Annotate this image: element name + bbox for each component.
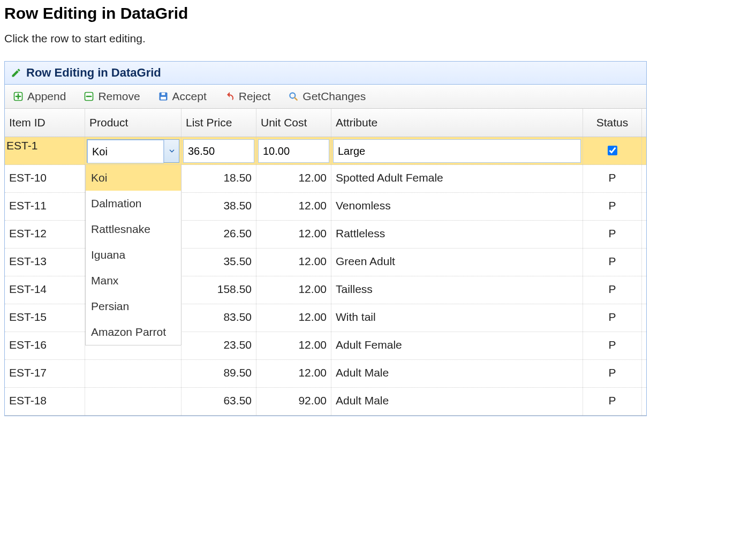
- cell-status: P: [583, 304, 642, 332]
- dropdown-option[interactable]: Dalmation: [86, 191, 181, 216]
- product-combobox[interactable]: [87, 139, 179, 163]
- panel-header: Row Editing in DataGrid: [5, 62, 646, 85]
- cell-listprice: 83.50: [182, 304, 256, 332]
- cell-itemid: EST-16: [5, 332, 85, 359]
- cell-attribute: Adult Male: [331, 360, 583, 387]
- cell-status: P: [583, 332, 642, 359]
- col-header-unitcost[interactable]: Unit Cost: [256, 109, 331, 137]
- col-header-product[interactable]: Product: [85, 109, 182, 137]
- add-icon: [12, 91, 24, 102]
- cell-listprice: 38.50: [182, 193, 256, 220]
- cell-product: [85, 360, 182, 387]
- edit-icon: [10, 67, 22, 79]
- col-header-attribute[interactable]: Attribute: [331, 109, 583, 137]
- dropdown-option[interactable]: Iguana: [86, 242, 181, 268]
- col-header-itemid[interactable]: Item ID: [5, 109, 85, 137]
- remove-button[interactable]: Remove: [80, 88, 143, 105]
- cell-itemid: EST-14: [5, 276, 85, 304]
- cell-listprice: 26.50: [182, 221, 256, 248]
- dropdown-option[interactable]: Persian: [86, 294, 181, 319]
- getchanges-button[interactable]: GetChanges: [284, 88, 369, 105]
- page-heading: Row Editing in DataGrid: [4, 4, 752, 22]
- cell-attribute: Adult Female: [331, 332, 583, 359]
- cell-attribute: Green Adult: [331, 249, 583, 276]
- save-icon: [157, 91, 169, 102]
- cell-attribute: Adult Male: [331, 388, 583, 415]
- product-combobox-input[interactable]: [87, 140, 164, 163]
- page-instructions: Click the row to start editing.: [4, 32, 752, 45]
- cell-unitcost: 12.00: [256, 193, 331, 220]
- cell-status: P: [583, 193, 642, 220]
- attribute-input[interactable]: [333, 139, 581, 163]
- cell-status: P: [583, 360, 642, 387]
- cell-attribute: Venomless: [331, 193, 583, 220]
- remove-label: Remove: [98, 90, 140, 103]
- cell-unitcost: 12.00: [256, 304, 331, 332]
- grid-row-editing[interactable]: EST-1: [5, 137, 646, 165]
- append-label: Append: [27, 90, 66, 103]
- cell-product-editor: [85, 137, 182, 164]
- cell-unitcost: 12.00: [256, 276, 331, 304]
- grid-header-row: Item ID Product List Price Unit Cost Att…: [5, 109, 646, 137]
- cell-status: P: [583, 276, 642, 304]
- unitcost-input[interactable]: [258, 139, 329, 163]
- col-header-status[interactable]: Status: [583, 109, 642, 137]
- cell-listprice-editor: [182, 137, 256, 164]
- accept-label: Accept: [172, 90, 207, 103]
- cell-listprice: 23.50: [182, 332, 256, 359]
- dropdown-option[interactable]: Koi: [86, 165, 181, 191]
- grid-row[interactable]: EST-18 63.50 92.00 Adult Male P: [5, 388, 646, 416]
- cell-unitcost: 12.00: [256, 221, 331, 248]
- cell-status: P: [583, 249, 642, 276]
- accept-button[interactable]: Accept: [154, 88, 210, 105]
- dropdown-option[interactable]: Rattlesnake: [86, 216, 181, 242]
- cell-itemid: EST-1: [5, 137, 85, 164]
- reject-button[interactable]: Reject: [221, 88, 274, 105]
- undo-icon: [224, 91, 236, 102]
- cell-status-editor: [583, 137, 642, 164]
- cell-attribute: Rattleless: [331, 221, 583, 248]
- cell-unitcost: 12.00: [256, 249, 331, 276]
- search-icon: [288, 91, 299, 102]
- cell-attribute: Spotted Adult Female: [331, 165, 583, 192]
- product-dropdown-panel: Koi Dalmation Rattlesnake Iguana Manx Pe…: [85, 165, 182, 345]
- grid-row[interactable]: EST-17 89.50 12.00 Adult Male P: [5, 360, 646, 388]
- cell-listprice: 35.50: [182, 249, 256, 276]
- cell-product: [85, 388, 182, 415]
- cell-attribute: Tailless: [331, 276, 583, 304]
- cell-attribute-editor: [331, 137, 583, 164]
- cell-status: P: [583, 165, 642, 192]
- cell-itemid: EST-12: [5, 221, 85, 248]
- cell-attribute: With tail: [331, 304, 583, 332]
- cell-itemid: EST-11: [5, 193, 85, 220]
- listprice-input[interactable]: [183, 139, 254, 163]
- grid-body: EST-1: [5, 137, 646, 416]
- cell-status: P: [583, 388, 642, 415]
- col-header-listprice[interactable]: List Price: [182, 109, 256, 137]
- toolbar: Append Remove Accept: [5, 85, 646, 109]
- svg-rect-4: [161, 93, 165, 95]
- dropdown-option[interactable]: Manx: [86, 268, 181, 294]
- dropdown-option[interactable]: Amazon Parrot: [86, 319, 181, 345]
- getchanges-label: GetChanges: [303, 90, 366, 103]
- cell-unitcost-editor: [256, 137, 331, 164]
- cell-listprice: 18.50: [182, 165, 256, 192]
- cell-itemid: EST-15: [5, 304, 85, 332]
- svg-rect-3: [161, 97, 166, 100]
- cell-unitcost: 12.00: [256, 165, 331, 192]
- cell-listprice: 158.50: [182, 276, 256, 304]
- cell-unitcost: 12.00: [256, 332, 331, 359]
- reject-label: Reject: [239, 90, 271, 103]
- cell-status: P: [583, 221, 642, 248]
- remove-icon: [83, 91, 95, 102]
- cell-listprice: 63.50: [182, 388, 256, 415]
- chevron-down-icon[interactable]: [164, 140, 179, 162]
- append-button[interactable]: Append: [9, 88, 69, 105]
- cell-unitcost: 12.00: [256, 360, 331, 387]
- cell-listprice: 89.50: [182, 360, 256, 387]
- status-checkbox[interactable]: [608, 146, 617, 155]
- cell-itemid: EST-18: [5, 388, 85, 415]
- cell-unitcost: 92.00: [256, 388, 331, 415]
- cell-itemid: EST-17: [5, 360, 85, 387]
- cell-itemid: EST-13: [5, 249, 85, 276]
